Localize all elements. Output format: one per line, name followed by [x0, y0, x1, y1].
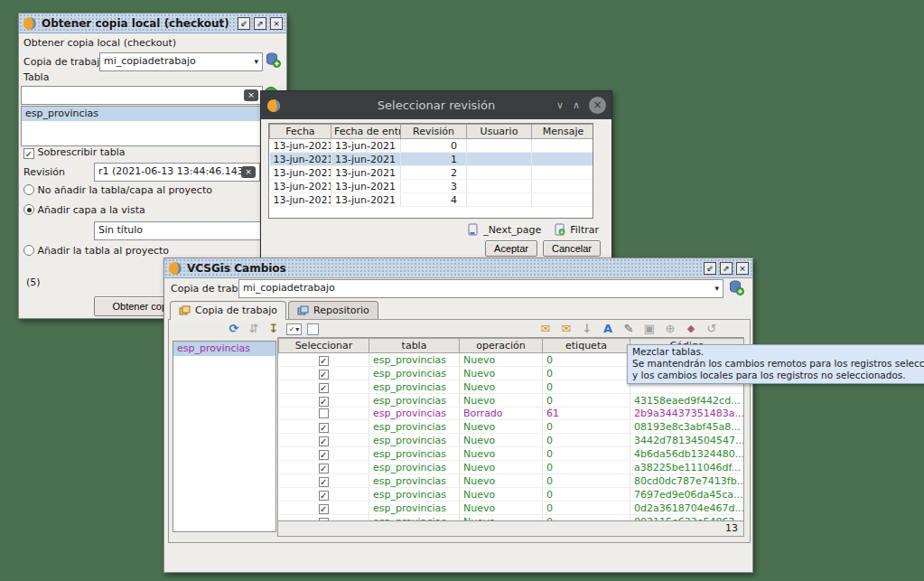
change-select-cell[interactable]: ✓ [279, 380, 369, 394]
row-checkbox[interactable] [319, 408, 329, 418]
overwrite-checkbox[interactable]: ✓ [23, 148, 34, 159]
row-checkbox[interactable]: ✓ [319, 436, 329, 446]
cancel-button[interactable]: Cancelar [543, 240, 601, 257]
change-row[interactable]: ✓esp_provinciasNuevo0002115e622e54863... [279, 515, 744, 522]
option-add-layer[interactable]: Añadir capa a la vista [23, 204, 145, 216]
row-checkbox[interactable]: ✓ [319, 450, 329, 460]
row-checkbox[interactable]: ✓ [319, 397, 329, 407]
list-item[interactable]: esp_provincias [22, 107, 262, 121]
add-workingcopy-icon[interactable] [266, 52, 281, 68]
row-checkbox[interactable]: ✓ [319, 518, 329, 521]
option-no-add[interactable]: No añadir la tabla/capa al proyecto [23, 184, 212, 196]
row-checkbox[interactable]: ✓ [319, 423, 329, 433]
change-select-cell[interactable]: ✓ [279, 488, 369, 501]
change-select-cell[interactable]: ✓ [279, 420, 369, 434]
change-row[interactable]: ✓esp_provinciasNuevo07697ed9e06da45ca... [279, 488, 744, 501]
clear-icon[interactable]: × [244, 89, 258, 101]
revision-table[interactable]: Fecha Fecha de entr... Revisión Usuario … [268, 123, 593, 219]
mail-icon[interactable]: ✉ [559, 322, 574, 336]
change-row[interactable]: esp_provinciasBorrado612b9a34437351483a.… [279, 408, 744, 420]
change-row[interactable]: ✓esp_provinciasNuevo00d2a3618704e467d... [279, 501, 744, 515]
column-header[interactable]: Revisión [401, 125, 467, 139]
update-download-icon[interactable]: ↧ [266, 322, 281, 336]
column-header[interactable]: Fecha [270, 125, 331, 139]
option-add-table[interactable]: Añadir la tabla al proyecto [23, 245, 169, 257]
next-page-link[interactable]: _Next_page [467, 223, 541, 236]
history-icon[interactable]: ↺ [705, 322, 719, 336]
change-row[interactable]: ✓esp_provinciasNuevo008193e8c3abf45a8... [279, 420, 744, 434]
tables-list[interactable]: esp_provincias [173, 341, 276, 532]
row-checkbox[interactable]: ✓ [319, 383, 329, 393]
copy-icon[interactable]: ▣ [642, 322, 657, 336]
arrow-down-icon[interactable]: ↓ [580, 322, 594, 336]
minimize-button[interactable]: ⇙ [238, 17, 250, 30]
revision-row[interactable]: 13-jun-202113-jun-20211 [270, 153, 594, 166]
change-select-cell[interactable]: ✓ [279, 394, 369, 408]
accept-button[interactable]: Aceptar [485, 240, 537, 257]
change-select-cell[interactable]: ✓ [279, 501, 369, 515]
minimize-button[interactable]: ⇙ [704, 262, 716, 275]
change-select-cell[interactable]: ✓ [279, 515, 369, 522]
row-checkbox[interactable]: ✓ [319, 504, 329, 514]
change-row[interactable]: ✓esp_provinciasNuevo043158eaed9f442cd... [279, 394, 744, 408]
row-checkbox[interactable]: ✓ [319, 464, 329, 473]
change-select-cell[interactable]: ✓ [279, 434, 369, 447]
overwrite-checkbox-row[interactable]: ✓ Sobrescribir tabla [23, 146, 126, 159]
change-select-cell[interactable]: ✓ [279, 367, 369, 380]
radio-add-layer[interactable] [23, 204, 34, 215]
tab-copia-de-trabajo[interactable]: Copia de trabajo [170, 301, 286, 320]
revision-row[interactable]: 13-jun-202113-jun-20214 [270, 193, 594, 207]
deselect-all-button[interactable] [307, 323, 319, 335]
center-icon[interactable]: ⊕ [663, 322, 677, 336]
row-checkbox[interactable]: ✓ [319, 356, 329, 366]
column-header[interactable]: Mensaje [532, 125, 594, 139]
column-header[interactable]: Seleccionar [279, 339, 369, 353]
chevron-down-icon[interactable]: ▾ [254, 57, 258, 66]
table-filter-input[interactable]: × [21, 86, 263, 105]
change-row[interactable]: ✓esp_provinciasNuevo03442d78134504547... [279, 434, 744, 447]
workingcopy-combobox[interactable]: mi_copiadetrabajo ▾ [238, 279, 723, 298]
revision-row[interactable]: 13-jun-202113-jun-20213 [270, 180, 594, 193]
cambios-titlebar[interactable]: VCSGis Cambios ⇙ ⇗ × [164, 258, 752, 278]
revision-row[interactable]: 13-jun-202113-jun-20212 [270, 166, 594, 180]
close-icon[interactable]: × [736, 262, 749, 275]
change-select-cell[interactable]: ✓ [279, 447, 369, 461]
maximize-button[interactable]: ⇗ [720, 262, 733, 275]
refresh-icon[interactable]: ⟳ [227, 322, 241, 336]
revision-input[interactable]: r1 (2021-06-13 13:44:46.143) × [94, 163, 260, 182]
chevron-down-icon[interactable]: ▾ [714, 284, 719, 293]
tab-repositorio[interactable]: Repositorio [288, 301, 378, 320]
column-header[interactable]: etiqueta [543, 339, 630, 353]
workingcopy-combobox[interactable]: mi_copiadetrabajo ▾ [99, 52, 263, 71]
row-checkbox[interactable]: ✓ [319, 370, 329, 380]
row-checkbox[interactable]: ✓ [319, 491, 329, 501]
revision-titlebar[interactable]: Seleccionar revisión ∨ ∧ × [261, 91, 611, 119]
eraser-icon[interactable]: ◆ [684, 322, 698, 336]
change-row[interactable]: ✓esp_provinciasNuevo04b6da56db1324480... [279, 447, 744, 461]
table-list[interactable]: esp_provincias [21, 106, 263, 146]
maximize-button[interactable]: ∧ [573, 99, 580, 111]
anchor-icon[interactable]: A [601, 322, 615, 336]
change-row[interactable]: ✓esp_provinciasNuevo0a38225be111046df... [279, 461, 744, 474]
commit-icon[interactable]: ⇵ [247, 322, 261, 336]
view-combobox[interactable]: Sin título [94, 221, 264, 240]
radio-add-table[interactable] [23, 245, 34, 256]
column-header[interactable]: tabla [369, 339, 460, 353]
change-select-cell[interactable]: ✓ [279, 461, 369, 474]
mail-sync-icon[interactable]: ✉ [538, 322, 553, 336]
change-select-cell[interactable] [279, 408, 369, 420]
edit-icon[interactable]: ✎ [621, 322, 636, 336]
list-item[interactable]: esp_provincias [173, 342, 275, 356]
maximize-button[interactable]: ⇗ [254, 17, 266, 30]
change-row[interactable]: ✓esp_provinciasNuevo080cd0dc787e7413fb..… [279, 474, 744, 488]
close-icon[interactable]: × [589, 97, 606, 114]
minimize-button[interactable]: ∨ [556, 99, 564, 111]
close-icon[interactable]: × [270, 17, 283, 30]
select-all-button[interactable]: ✓▾ [286, 323, 302, 335]
column-header[interactable]: Fecha de entr... [331, 125, 401, 139]
column-header[interactable]: Usuario [467, 125, 532, 139]
radio-no-add[interactable] [23, 184, 34, 195]
column-header[interactable]: operación [460, 339, 543, 353]
revision-row[interactable]: 13-jun-202113-jun-20210 [270, 139, 594, 153]
clear-icon[interactable]: × [241, 166, 256, 178]
